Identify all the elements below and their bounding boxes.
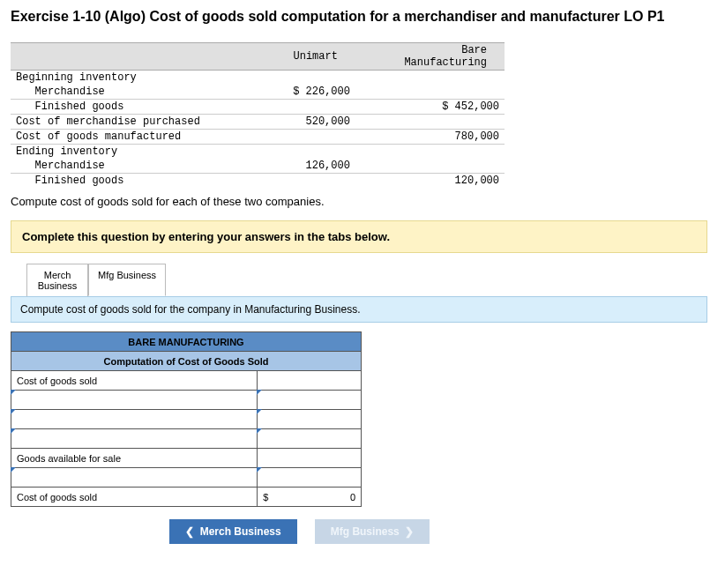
ws-input-2[interactable] xyxy=(258,391,362,410)
chevron-right-icon: ❯ xyxy=(405,525,414,538)
tab-instruction: Compute cost of goods sold for the compa… xyxy=(11,296,707,323)
main-instruction: Compute cost of goods sold for each of t… xyxy=(11,195,714,208)
ws-cogs-total-label: Cost of goods sold xyxy=(11,488,258,507)
ws-input-label-2[interactable] xyxy=(11,391,258,410)
ws-input-5[interactable] xyxy=(258,449,362,468)
tab-mfg-business[interactable]: Mfg Business xyxy=(88,264,166,296)
page-title: Exercise 1-10 (Algo) Cost of goods sold … xyxy=(11,9,714,25)
ws-row-cogs-label: Cost of goods sold xyxy=(11,371,258,391)
worksheet-table: BARE MANUFACTURING Computation of Cost o… xyxy=(11,331,362,507)
ws-input-3[interactable] xyxy=(258,410,362,429)
prev-tab-button[interactable]: ❮ Merch Business xyxy=(169,519,297,544)
ws-input-6[interactable] xyxy=(258,468,362,488)
ws-input-label-6[interactable] xyxy=(11,468,258,488)
chevron-left-icon: ❮ xyxy=(185,525,194,538)
ws-cogs-total: $0 xyxy=(258,488,362,507)
ws-input-label-3[interactable] xyxy=(11,410,258,429)
col-bare: BareManufacturing xyxy=(355,43,505,71)
col-unimart: Unimart xyxy=(225,43,355,71)
ws-input-label-4[interactable] xyxy=(11,429,258,449)
completion-banner: Complete this question by entering your … xyxy=(11,220,707,253)
ws-input-4[interactable] xyxy=(258,429,362,449)
ws-goods-avail: Goods available for sale xyxy=(11,449,258,468)
tab-merch-business[interactable]: MerchBusiness xyxy=(26,264,88,296)
next-tab-button[interactable]: Mfg Business ❯ xyxy=(315,519,430,544)
given-data-table: Unimart BareManufacturing Beginning inve… xyxy=(11,42,505,188)
ws-subtitle: Computation of Cost of Goods Sold xyxy=(11,352,362,371)
ws-company-title: BARE MANUFACTURING xyxy=(11,332,362,352)
ws-input-1[interactable] xyxy=(258,371,362,391)
